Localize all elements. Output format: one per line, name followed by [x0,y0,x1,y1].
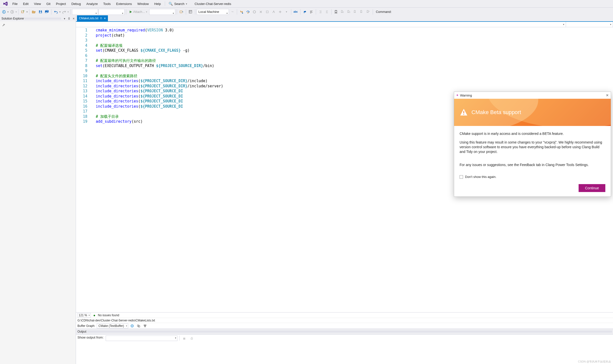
save-button[interactable] [37,9,43,15]
search-box[interactable]: 🔍 Search ▾ [167,1,189,6]
close-icon[interactable]: ✕ [104,17,106,20]
buffer-icon-2[interactable] [136,323,141,328]
solution-explorer-body [0,21,76,364]
debug-btn-4[interactable] [258,9,264,15]
bookmark-clear-button[interactable] [365,9,371,15]
wrench-icon[interactable] [1,22,75,28]
process-button[interactable] [178,9,184,15]
buffer-icon-3[interactable] [143,323,147,328]
window-button[interactable] [188,9,194,15]
redo-button[interactable] [61,9,67,15]
output-title: Output [77,330,86,333]
auto-button[interactable]: ⤳ [229,9,235,15]
output-btn-2[interactable]: ⎙ [189,336,195,341]
debug-btn-8[interactable]: ▾ [284,9,290,15]
debug-btn-6[interactable] [271,9,277,15]
pin-icon[interactable] [67,17,71,21]
close-icon[interactable]: ✕ [72,17,75,21]
check-icon: ● [93,313,95,317]
toolbar-separator [300,9,300,15]
startup-combo[interactable] [149,9,175,15]
undo-button[interactable] [53,9,59,15]
dropdown-caret-icon[interactable]: ▾ [68,11,69,13]
editor-status-bar: 121 % ● No issues found [76,312,613,318]
debug-btn-5[interactable] [264,9,270,15]
indent-out-button[interactable] [318,9,323,15]
solution-explorer-title: Solution Explorer [1,17,24,20]
debug-target-combo[interactable]: Local Machine [197,9,229,15]
dialog-footer: Continue [454,182,611,196]
buffer-graph-combo[interactable]: CMake (TextBuffer) [97,323,128,328]
continue-button[interactable]: Continue [579,184,605,192]
output-btn-1[interactable]: ≣ [182,336,187,341]
menu-window[interactable]: Window [135,1,151,7]
menu-view[interactable]: View [31,1,43,7]
search-label: Search [174,2,184,6]
bookmark-next-folder-button[interactable] [359,9,365,15]
save-all-button[interactable] [44,9,50,15]
debug-btn-7[interactable] [277,9,283,15]
navigation-bar [76,22,613,27]
menu-help[interactable]: Help [152,1,163,7]
dropdown-caret-icon[interactable]: ▾ [26,11,28,13]
output-source-combo[interactable] [106,336,177,341]
menu-bar: File Edit View Git Project Debug Analyze… [0,0,613,7]
svg-rect-14 [266,11,268,13]
main-toolbar: ▾ ▾ ▾ ▾ ▾ Attach... ▾ Local Machine ⤳ ▾ … [0,7,613,16]
svg-rect-7 [180,11,182,13]
member-combo[interactable] [566,22,613,27]
bookmark-prev-button[interactable] [340,9,345,15]
abc-button[interactable]: abc [293,9,299,15]
file-tab-active[interactable]: CMakeLists.txt ⊓ ✕ [77,15,108,21]
indent-in-button[interactable] [324,9,330,15]
zoom-combo[interactable]: 121 % [77,313,91,317]
tab-filename: CMakeLists.txt [79,17,98,20]
output-panel: Output Show output from: ≣ ⎙ [76,329,613,364]
menu-tools[interactable]: Tools [101,1,113,7]
tidy-button[interactable] [302,9,308,15]
menu-debug[interactable]: Debug [69,1,83,7]
buffer-icon-1[interactable] [130,323,135,328]
menu-file[interactable]: File [10,1,20,7]
new-item-button[interactable] [20,9,26,15]
warning-dialog: ✶ Warning ✕ CMake Beta support CMake sup… [454,92,611,197]
separator [179,336,180,340]
dropdown-caret-icon[interactable]: ▾ [7,11,9,13]
close-icon[interactable]: ✕ [606,93,609,97]
dont-show-checkbox[interactable] [460,175,463,179]
bookmark-button[interactable] [333,9,339,15]
format-button[interactable] [308,9,314,15]
search-icon: 🔍 [169,2,173,6]
scope-combo[interactable] [76,22,566,27]
pin-icon[interactable]: ⊓ [100,17,102,20]
menu-git[interactable]: Git [44,1,53,7]
menu-analyze[interactable]: Analyze [84,1,100,7]
step-into-button[interactable] [239,9,245,15]
bookmark-prev-folder-button[interactable] [352,9,358,15]
svg-rect-33 [464,114,464,115]
svg-rect-2 [22,11,24,13]
solution-platform-combo[interactable] [98,9,124,15]
menu-project[interactable]: Project [53,1,68,7]
dropdown-caret-icon[interactable]: ▾ [59,11,61,13]
menu-extensions[interactable]: Extensions [114,1,134,7]
watermark-text: CSDN @等风来不如迎风去 [578,360,611,364]
output-header: Output [76,329,613,334]
bookmark-next-button[interactable] [346,9,352,15]
nav-forward-button[interactable] [9,9,15,15]
solution-config-combo[interactable] [72,9,98,15]
header-grip [87,331,612,333]
command-label: Command: [374,10,393,14]
open-file-button[interactable] [31,9,37,15]
panel-dropdown-icon[interactable]: ▾ [63,17,67,21]
warning-small-icon: ✶ [456,94,459,97]
menu-edit[interactable]: Edit [21,1,31,7]
dropdown-caret-icon[interactable]: ▾ [16,11,17,13]
svg-point-26 [132,325,132,326]
svg-rect-4 [40,11,41,12]
attach-debugger-button[interactable]: Attach... ▾ [128,9,149,15]
dialog-paragraph-3: For any issues or suggestions, see the F… [460,163,605,167]
step-out-button[interactable] [251,9,257,15]
step-over-button[interactable] [245,9,251,15]
nav-back-button[interactable] [1,9,7,15]
